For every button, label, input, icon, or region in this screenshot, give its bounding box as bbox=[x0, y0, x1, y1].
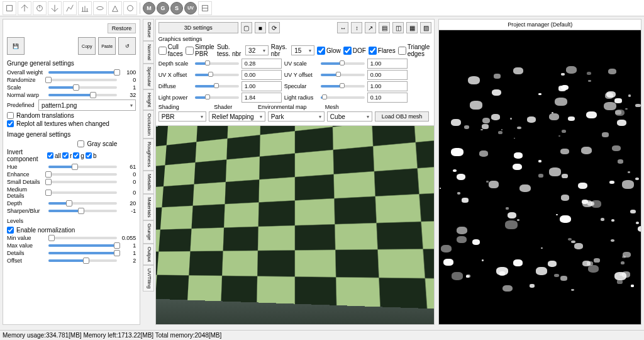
toolbar-icon[interactable] bbox=[33, 1, 47, 15]
random-translations-check[interactable] bbox=[7, 112, 14, 119]
view-icon[interactable]: ↔ bbox=[337, 22, 348, 33]
slider[interactable] bbox=[48, 173, 117, 176]
shader-combo[interactable]: Relief Mapping bbox=[209, 111, 265, 122]
cull-check[interactable] bbox=[158, 47, 167, 55]
slider[interactable] bbox=[195, 85, 239, 88]
slider[interactable] bbox=[321, 85, 365, 88]
slider[interactable] bbox=[195, 74, 239, 76]
value-input[interactable] bbox=[367, 93, 408, 103]
slider[interactable] bbox=[48, 166, 117, 168]
slider[interactable] bbox=[195, 62, 239, 65]
slider-value: 61 bbox=[119, 164, 136, 170]
dof-check[interactable] bbox=[343, 47, 352, 55]
grunge-section-title: Grunge general settings bbox=[7, 60, 136, 67]
slider[interactable] bbox=[48, 94, 117, 96]
predefined-combo[interactable]: pattern1.png bbox=[38, 99, 136, 111]
mesh-combo[interactable]: Cube bbox=[327, 111, 372, 122]
toolbar-icon[interactable] bbox=[78, 1, 92, 15]
tab-output[interactable]: Output bbox=[143, 244, 154, 265]
value-input[interactable] bbox=[242, 81, 282, 91]
invert-r-check[interactable] bbox=[62, 152, 69, 159]
tab-normal[interactable]: Normal bbox=[143, 41, 154, 64]
toolbar-icon[interactable] bbox=[48, 1, 62, 15]
tab-metallic[interactable]: Metallic bbox=[143, 171, 154, 194]
toolbar-icon[interactable] bbox=[108, 1, 122, 15]
slider[interactable] bbox=[48, 244, 117, 247]
toolbar-icon[interactable] bbox=[63, 1, 77, 15]
load-obj-button[interactable]: Load OBJ mesh bbox=[375, 111, 430, 122]
slider[interactable] bbox=[48, 86, 117, 89]
subtess-combo[interactable]: 32 bbox=[245, 45, 269, 55]
glow-check[interactable] bbox=[317, 47, 325, 55]
slider[interactable] bbox=[48, 191, 117, 194]
cube-icon[interactable]: ▢ bbox=[241, 22, 252, 33]
slider-label: Depth bbox=[7, 200, 46, 207]
slider[interactable] bbox=[48, 71, 117, 74]
replot-check[interactable] bbox=[7, 120, 14, 127]
value-input[interactable] bbox=[242, 70, 282, 80]
envmap-combo[interactable]: Park bbox=[268, 111, 325, 122]
toolbar-icon[interactable] bbox=[93, 1, 107, 15]
toolbar-round-s-icon[interactable]: S bbox=[170, 2, 183, 14]
reset-icon[interactable]: ↺ bbox=[118, 37, 136, 55]
invert-b-check[interactable] bbox=[86, 152, 92, 159]
tab-uv/tiling[interactable]: UV/Tiling bbox=[143, 265, 154, 292]
view-icon[interactable]: ↗ bbox=[365, 22, 376, 33]
value-input[interactable] bbox=[367, 81, 408, 91]
value-input[interactable] bbox=[242, 59, 282, 69]
view-icon[interactable]: ↕ bbox=[351, 22, 362, 33]
restore-button[interactable]: Restore bbox=[108, 23, 136, 33]
tab-roughness[interactable]: Roughness bbox=[143, 139, 154, 170]
toolbar-round-uv-icon[interactable]: UV bbox=[184, 2, 197, 14]
slider-value: 20 bbox=[119, 200, 136, 207]
rays-combo[interactable]: 15 bbox=[291, 45, 314, 55]
flares-check[interactable] bbox=[369, 47, 377, 55]
save-icon[interactable]: 💾 bbox=[7, 37, 25, 55]
toolbar-icon[interactable] bbox=[18, 1, 31, 15]
toolbar-round-g-icon[interactable]: G bbox=[157, 2, 169, 14]
simple-pbr-check[interactable] bbox=[186, 47, 194, 55]
slider[interactable] bbox=[48, 252, 117, 254]
view-icon[interactable]: ▦ bbox=[406, 22, 418, 33]
slider[interactable] bbox=[48, 210, 117, 212]
view-icon[interactable]: ◫ bbox=[392, 22, 404, 33]
toolbar-round-m-icon[interactable]: M bbox=[143, 2, 155, 14]
slider[interactable] bbox=[321, 96, 365, 99]
view-icon[interactable]: ▨ bbox=[420, 22, 431, 33]
slider[interactable] bbox=[48, 181, 117, 183]
paste-icon[interactable]: Paste bbox=[98, 37, 116, 55]
tab-height[interactable]: Height bbox=[143, 89, 154, 110]
3d-settings-button[interactable]: 3D settings bbox=[158, 22, 238, 33]
slider[interactable] bbox=[321, 62, 365, 65]
shading-combo[interactable]: PBR bbox=[158, 111, 206, 122]
invert-label: Invert component bbox=[7, 149, 46, 162]
slider[interactable] bbox=[321, 74, 365, 76]
slider[interactable] bbox=[195, 96, 239, 99]
enable-norm-check[interactable] bbox=[7, 227, 14, 234]
value-input[interactable] bbox=[242, 93, 282, 103]
triangle-check[interactable] bbox=[398, 47, 406, 55]
tab-specular[interactable]: Specular bbox=[143, 64, 154, 90]
invert-all-check[interactable] bbox=[47, 152, 53, 159]
view-icon[interactable]: ▤ bbox=[379, 22, 390, 33]
toolbar-icon[interactable] bbox=[3, 1, 16, 15]
toolbar-icon[interactable] bbox=[198, 1, 212, 15]
tab-materials[interactable]: Materials bbox=[143, 194, 154, 220]
copy-icon[interactable]: Copy bbox=[78, 37, 96, 55]
refresh-icon[interactable]: ⟳ bbox=[269, 22, 280, 33]
slider[interactable] bbox=[48, 79, 117, 81]
invert-g-check[interactable] bbox=[73, 152, 79, 159]
toolbar-icon[interactable] bbox=[123, 1, 137, 15]
grayscale-check[interactable] bbox=[77, 140, 84, 147]
slider[interactable] bbox=[48, 237, 117, 239]
3d-viewport[interactable] bbox=[155, 126, 435, 325]
tab-grunge[interactable]: Grunge bbox=[143, 220, 154, 244]
slider[interactable] bbox=[48, 202, 117, 205]
tab-diffuse[interactable]: Diffuse bbox=[143, 19, 154, 41]
texture-preview[interactable] bbox=[438, 30, 641, 325]
value-input[interactable] bbox=[367, 70, 408, 80]
tab-occlusion[interactable]: Occlusion bbox=[143, 110, 154, 139]
value-input[interactable] bbox=[367, 59, 408, 69]
slider[interactable] bbox=[48, 259, 117, 262]
camera-icon[interactable]: ■ bbox=[255, 22, 266, 33]
